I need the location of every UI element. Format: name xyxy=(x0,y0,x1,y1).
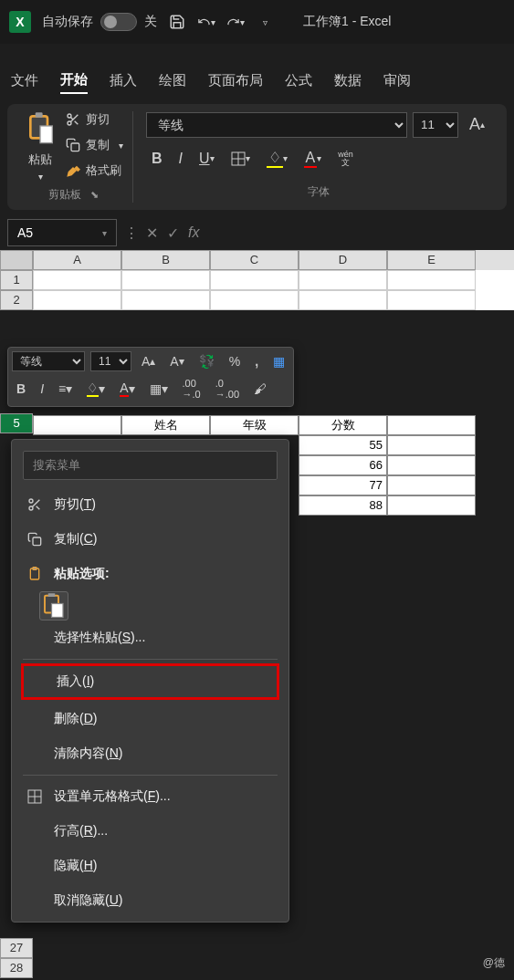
menu-unhide[interactable]: 取消隐藏(U) xyxy=(12,883,288,918)
score-cell[interactable]: 88 xyxy=(299,495,387,516)
phonetic-guide-button[interactable]: wén 文 xyxy=(332,147,359,171)
bold-button[interactable]: B xyxy=(146,147,168,171)
row-header[interactable]: 1 xyxy=(0,270,33,290)
paste-button[interactable]: 粘贴 ▾ xyxy=(24,111,57,182)
tab-review[interactable]: 审阅 xyxy=(383,68,411,93)
mini-decrease-font-icon[interactable]: A▾ xyxy=(165,351,188,371)
score-cell[interactable]: 77 xyxy=(299,475,387,495)
cell[interactable] xyxy=(121,290,210,310)
menu-search-input[interactable]: 搜索菜单 xyxy=(23,451,278,480)
font-size-select[interactable]: 11 xyxy=(413,112,458,138)
menu-format-cells[interactable]: 设置单元格格式(F)... xyxy=(12,779,288,814)
mini-dec-decimal-icon[interactable]: .0→.00 xyxy=(211,375,244,402)
italic-button[interactable]: I xyxy=(173,147,188,171)
context-menu: 搜索菜单 剪切(T) 复制(C) 粘贴选项: 选择性粘贴(S)... 插入(I)… xyxy=(11,439,289,923)
mini-border-button[interactable]: ▦▾ xyxy=(145,379,173,399)
mini-increase-font-icon[interactable]: A▴ xyxy=(137,351,160,371)
col-header-e[interactable]: E xyxy=(387,250,476,270)
redo-icon[interactable]: ▾ xyxy=(226,13,245,31)
underline-button[interactable]: U ▾ xyxy=(194,147,220,171)
svg-line-6 xyxy=(75,121,79,125)
clear-label: 清除内容(N) xyxy=(54,745,122,762)
row-header[interactable]: 28 xyxy=(0,958,33,978)
paste-option-button[interactable] xyxy=(39,591,68,620)
cell[interactable] xyxy=(121,270,210,290)
cell[interactable] xyxy=(33,270,121,290)
dialog-launcher-icon[interactable]: ⬊ xyxy=(90,189,99,201)
fill-color-button[interactable]: ♢▾ xyxy=(261,145,293,172)
mini-inc-decimal-icon[interactable]: .00→.0 xyxy=(178,375,205,402)
qat-dropdown-icon[interactable]: ▿ xyxy=(256,13,274,31)
mini-comma-icon[interactable]: , xyxy=(250,351,263,371)
header-name[interactable]: 姓名 xyxy=(121,415,210,435)
cell[interactable] xyxy=(387,270,476,290)
col-header-d[interactable]: D xyxy=(299,250,387,270)
increase-font-icon[interactable]: A▴ xyxy=(464,111,490,138)
cell[interactable] xyxy=(299,270,387,290)
score-cell[interactable]: 55 xyxy=(299,435,387,455)
insert-label: 插入(I) xyxy=(57,673,94,690)
cell[interactable] xyxy=(210,290,299,310)
mini-size-select[interactable]: 11 xyxy=(90,351,131,371)
mini-bold-button[interactable]: B xyxy=(12,379,30,399)
cell[interactable] xyxy=(210,270,299,290)
row-header[interactable]: 2 xyxy=(0,290,33,310)
mini-table-icon[interactable]: ▦ xyxy=(268,351,289,371)
mini-align-button[interactable]: ≡▾ xyxy=(54,379,77,399)
name-box[interactable]: A5 ▾ xyxy=(7,219,117,246)
paste-options-label: 粘贴选项: xyxy=(54,566,110,582)
mini-percent-icon[interactable]: % xyxy=(225,351,245,371)
copy-button[interactable]: 复制▾ xyxy=(66,137,123,153)
tab-layout[interactable]: 页面布局 xyxy=(208,68,263,93)
undo-icon[interactable]: ▾ xyxy=(197,13,215,31)
tab-insert[interactable]: 插入 xyxy=(110,68,137,93)
cut-button[interactable]: 剪切 xyxy=(66,111,123,128)
font-color-button[interactable]: A▾ xyxy=(299,146,328,172)
border-button[interactable]: ▾ xyxy=(226,148,256,170)
toggle-switch[interactable] xyxy=(100,13,137,31)
mini-toolbar: 等线 11 A▴ A▾ 💱 % , ▦ B I ≡▾ ♢▾ A▾ ▦▾ .00→… xyxy=(7,347,294,407)
tab-formula[interactable]: 公式 xyxy=(285,68,312,93)
mini-format-painter-icon[interactable]: 🖌 xyxy=(249,379,271,399)
menu-delete[interactable]: 删除(D) xyxy=(12,702,288,736)
header-score[interactable]: 分数 xyxy=(299,415,387,435)
font-name-select[interactable]: 等线 xyxy=(146,112,407,138)
col-header-c[interactable]: C xyxy=(210,250,299,270)
row-header[interactable]: 27 xyxy=(0,938,33,958)
tab-draw[interactable]: 绘图 xyxy=(159,68,186,93)
menu-copy[interactable]: 复制(C) xyxy=(12,522,288,557)
format-icon xyxy=(26,788,43,805)
save-icon[interactable] xyxy=(168,13,186,31)
cancel-icon[interactable]: ✕ xyxy=(146,224,158,242)
menu-hide[interactable]: 隐藏(H) xyxy=(12,849,288,883)
mini-fontcolor-button[interactable]: A▾ xyxy=(115,378,139,400)
cell[interactable] xyxy=(33,290,121,310)
mini-font-select[interactable]: 等线 xyxy=(12,351,85,371)
cell[interactable] xyxy=(299,290,387,310)
select-all-corner[interactable] xyxy=(0,250,33,270)
score-cell[interactable]: 66 xyxy=(299,455,387,475)
menu-cut[interactable]: 剪切(T) xyxy=(12,487,288,522)
svg-rect-18 xyxy=(33,568,37,570)
format-painter-button[interactable]: 格式刷 xyxy=(66,162,123,179)
header-grade[interactable]: 年级 xyxy=(210,415,299,435)
tab-home[interactable]: 开始 xyxy=(60,68,88,94)
cell[interactable] xyxy=(387,290,476,310)
fx-icon[interactable]: fx xyxy=(188,224,199,241)
menu-insert[interactable]: 插入(I) xyxy=(21,663,279,700)
row-header-selected[interactable]: 5 xyxy=(0,413,33,433)
autosave-toggle[interactable]: 自动保存 关 xyxy=(42,13,157,31)
menu-paste-special[interactable]: 选择性粘贴(S)... xyxy=(12,620,288,655)
mini-italic-button[interactable]: I xyxy=(36,379,48,399)
mini-fill-button[interactable]: ♢▾ xyxy=(82,378,110,400)
tab-data[interactable]: 数据 xyxy=(334,68,362,93)
menu-clear[interactable]: 清除内容(N) xyxy=(12,736,288,771)
svg-rect-2 xyxy=(40,126,52,143)
mini-accounting-icon[interactable]: 💱 xyxy=(194,351,219,371)
col-header-a[interactable]: A xyxy=(33,250,121,270)
confirm-icon[interactable]: ✓ xyxy=(167,224,179,242)
menu-row-height[interactable]: 行高(R)... xyxy=(12,814,288,849)
formula-bar-row: A5 ▾ ⋮ ✕ ✓ fx xyxy=(0,215,514,250)
tab-file[interactable]: 文件 xyxy=(11,68,38,93)
col-header-b[interactable]: B xyxy=(121,250,210,270)
